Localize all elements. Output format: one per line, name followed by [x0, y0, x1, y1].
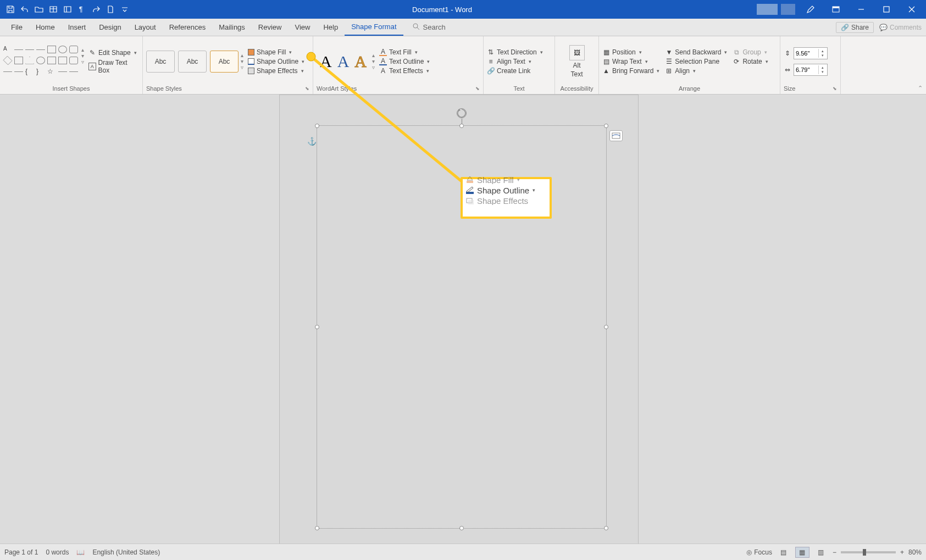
page-status[interactable]: Page 1 of 1 — [4, 548, 38, 556]
align-text-button[interactable]: ≡Align Text▾ — [487, 58, 543, 65]
wordart-thumb-3[interactable]: A — [354, 52, 367, 71]
tab-shape-format[interactable]: Shape Format — [345, 19, 403, 36]
tab-references[interactable]: References — [163, 19, 212, 36]
resize-handle-n[interactable] — [459, 124, 464, 128]
wrap-text-button[interactable]: ▤Wrap Text▾ — [602, 58, 659, 65]
send-backward-button[interactable]: ▼Send Backward▾ — [665, 48, 727, 56]
text-direction-button[interactable]: ⇅Text Direction▾ — [487, 48, 543, 56]
tab-view[interactable]: View — [288, 19, 317, 36]
minimize-button[interactable] — [849, 1, 873, 18]
style-thumb-1[interactable]: Abc — [146, 51, 175, 73]
shape-outline-button[interactable]: Shape Outline▾ — [248, 58, 304, 65]
resize-handle-ne[interactable] — [604, 124, 608, 128]
wordart-gallery[interactable]: A A A — [317, 52, 370, 71]
alt-text-button[interactable]: 🖼 Alt Text — [565, 43, 589, 80]
save-icon[interactable] — [4, 3, 16, 15]
style-thumb-2[interactable]: Abc — [178, 51, 207, 73]
redo-icon[interactable] — [90, 3, 102, 15]
print-layout-button[interactable]: ▦ — [795, 547, 809, 558]
text-fill-icon: A — [379, 48, 387, 56]
web-layout-button[interactable]: ▥ — [814, 547, 828, 558]
resize-handle-e[interactable] — [604, 325, 608, 329]
read-mode-button[interactable]: ▤ — [777, 547, 791, 558]
shape-fill-button[interactable]: Shape Fill▾ — [248, 48, 304, 56]
shape-effects-button[interactable]: Shape Effects▾ — [248, 67, 304, 75]
tab-help[interactable]: Help — [317, 19, 345, 36]
tab-home[interactable]: Home — [29, 19, 62, 36]
user-area[interactable] — [753, 4, 799, 15]
undo-icon[interactable] — [19, 3, 31, 15]
edit-shape-button[interactable]: ✎Edit Shape▾ — [88, 49, 139, 57]
text-effects-button[interactable]: AText Effects▾ — [379, 67, 430, 75]
height-input[interactable]: ▴▾ — [794, 47, 828, 59]
share-label: Share — [851, 24, 869, 31]
style-gallery-more[interactable]: ▴▾▿ — [241, 52, 243, 70]
shapes-more[interactable]: ▴▾▿ — [81, 46, 84, 65]
text-fill-button[interactable]: AText Fill▾ — [379, 48, 430, 56]
zoom-level[interactable]: 80% — [908, 548, 922, 556]
resize-handle-sw[interactable] — [315, 526, 319, 530]
zoom-in-button[interactable]: + — [900, 548, 904, 556]
rotate-button[interactable]: ⟳Rotate▾ — [733, 58, 768, 65]
edit-shape-icon: ✎ — [88, 49, 96, 57]
callout-effects-label: Shape Effects — [477, 196, 528, 205]
table-icon[interactable] — [47, 3, 59, 15]
tab-layout[interactable]: Layout — [128, 19, 163, 36]
spell-check-icon[interactable]: 📖 — [76, 548, 85, 556]
folder-icon[interactable] — [33, 3, 45, 15]
collapse-ribbon-button[interactable]: ⌃ — [918, 85, 923, 92]
tab-file[interactable]: File — [4, 19, 29, 36]
zoom-out-button[interactable]: − — [833, 548, 836, 556]
create-link-button[interactable]: 🔗Create Link — [487, 67, 543, 75]
tab-review[interactable]: Review — [252, 19, 289, 36]
align-button[interactable]: ⊞Align▾ — [665, 67, 727, 75]
search-box[interactable]: Search — [412, 23, 446, 32]
share-button[interactable]: 🔗Share — [836, 22, 874, 33]
selpane-label: Selection Pane — [675, 58, 719, 65]
close-button[interactable] — [900, 1, 924, 18]
resize-handle-nw[interactable] — [315, 124, 319, 128]
ribbon-display-icon[interactable] — [824, 1, 848, 18]
resize-handle-se[interactable] — [604, 526, 608, 530]
pilcrow-icon[interactable]: ¶ — [76, 3, 88, 15]
tab-mailings[interactable]: Mailings — [212, 19, 252, 36]
shape-styles-launcher[interactable]: ⬊ — [305, 86, 309, 91]
selection-pane-button[interactable]: ☰Selection Pane — [665, 58, 727, 65]
language-status[interactable]: English (United States) — [92, 548, 160, 556]
width-input[interactable]: ▴▾ — [794, 64, 828, 76]
size-launcher[interactable]: ⬊ — [833, 86, 837, 91]
group-button[interactable]: ⧉Group▾ — [733, 48, 768, 56]
shape-style-gallery[interactable]: Abc Abc Abc — [146, 51, 239, 73]
new-doc-icon[interactable] — [104, 3, 117, 15]
word-count[interactable]: 0 words — [46, 548, 69, 556]
tab-design[interactable]: Design — [92, 19, 127, 36]
text-effects-icon: A — [379, 67, 387, 75]
wordart-gallery-more[interactable]: ▴▾▿ — [372, 52, 375, 70]
focus-mode-button[interactable]: ◎Focus — [746, 548, 772, 556]
tab-insert[interactable]: Insert — [62, 19, 93, 36]
resize-handle-w[interactable] — [315, 325, 319, 329]
comments-button[interactable]: 💬Comments — [879, 24, 922, 31]
comment-icon: 💬 — [879, 24, 888, 31]
text-outline-button[interactable]: AText Outline▾ — [379, 58, 430, 65]
wordart-thumb-1[interactable]: A — [320, 52, 332, 71]
wordart-launcher[interactable]: ⬊ — [475, 86, 480, 91]
qat-more-icon[interactable] — [119, 3, 131, 15]
draw-text-box-button[interactable]: ADraw Text Box — [88, 59, 139, 74]
position-button[interactable]: ▦Position▾ — [602, 48, 659, 56]
backward-icon: ▼ — [665, 48, 673, 56]
bring-forward-button[interactable]: ▲Bring Forward▾ — [602, 67, 659, 75]
shapes-gallery[interactable]: A {} ☆ — [3, 46, 79, 77]
layout-icon[interactable] — [62, 3, 74, 15]
rotate-handle[interactable] — [457, 108, 467, 118]
style-thumb-3[interactable]: Abc — [210, 51, 239, 73]
maximize-button[interactable] — [874, 1, 899, 18]
text-direction-label: Text Direction — [497, 48, 537, 56]
share-icon: 🔗 — [841, 24, 849, 31]
wordart-thumb-2[interactable]: A — [337, 52, 350, 71]
shape-fill-label: Shape Fill — [257, 48, 286, 56]
layout-options-button[interactable] — [609, 130, 623, 141]
zoom-slider[interactable] — [841, 551, 896, 553]
resize-handle-s[interactable] — [459, 526, 464, 530]
pen-icon[interactable] — [799, 1, 823, 18]
